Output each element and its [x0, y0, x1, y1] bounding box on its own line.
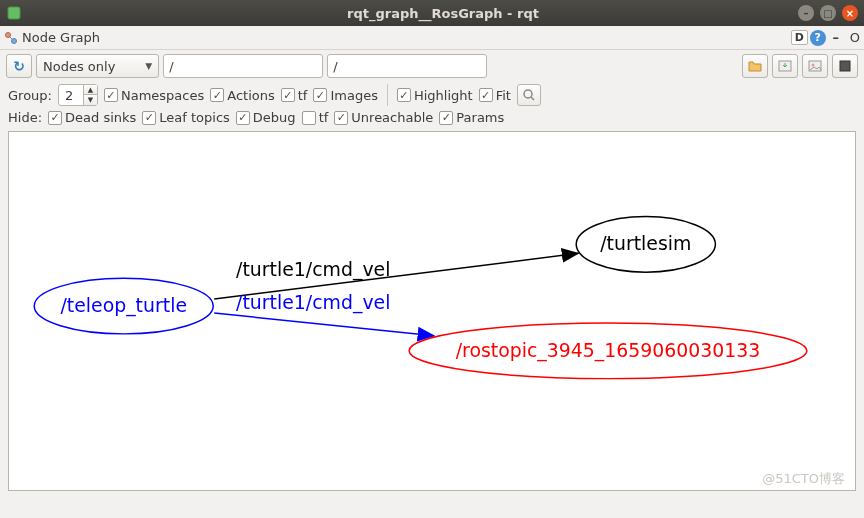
maximize-button[interactable]: □	[820, 5, 836, 21]
tf-group-checkbox[interactable]: ✓tf	[281, 88, 308, 103]
namespaces-label: Namespaces	[121, 88, 204, 103]
refresh-icon: ↻	[13, 58, 25, 74]
dead-sinks-label: Dead sinks	[65, 110, 136, 125]
actions-checkbox[interactable]: ✓Actions	[210, 88, 275, 103]
graph-svg: /turtle1/cmd_vel /turtle1/cmd_vel /teleo…	[9, 132, 855, 490]
edge-label-1: /turtle1/cmd_vel	[236, 258, 390, 281]
collapse-button[interactable]: –	[828, 30, 844, 46]
unreachable-label: Unreachable	[351, 110, 433, 125]
o-label: O	[850, 30, 860, 45]
leaf-topics-checkbox[interactable]: ✓Leaf topics	[142, 110, 230, 125]
window-title: rqt_graph__RosGraph - rqt	[22, 6, 864, 21]
titlebar: rqt_graph__RosGraph - rqt – □ ×	[0, 0, 864, 26]
save-icon	[777, 58, 793, 74]
save-button[interactable]	[772, 54, 798, 78]
namespaces-checkbox[interactable]: ✓Namespaces	[104, 88, 204, 103]
svg-line-3	[10, 37, 12, 39]
refresh-button[interactable]: ↻	[6, 54, 32, 78]
debug-label: Debug	[253, 110, 296, 125]
folder-icon	[747, 58, 763, 74]
hide-label: Hide:	[8, 110, 42, 125]
mode-combo-value: Nodes only	[43, 59, 115, 74]
spin-down-icon[interactable]: ▼	[83, 95, 97, 105]
fit-checkbox[interactable]: ✓Fit	[479, 88, 511, 103]
group-row: Group: 2 ▲ ▼ ✓Namespaces ✓Actions ✓tf ✓I…	[0, 82, 864, 108]
svg-point-1	[6, 32, 11, 37]
menubar: Node Graph D ? – O	[0, 26, 864, 50]
close-button[interactable]: ×	[842, 5, 858, 21]
highlight-checkbox[interactable]: ✓Highlight	[397, 88, 473, 103]
tf-hide-checkbox[interactable]: tf	[302, 110, 329, 125]
export-button[interactable]	[802, 54, 828, 78]
svg-line-9	[531, 97, 534, 100]
filter2-value: /	[333, 59, 337, 74]
filter1-value: /	[169, 59, 173, 74]
filter1-input[interactable]: /	[163, 54, 323, 78]
group-spinner-value: 2	[65, 88, 73, 103]
toolbar: ↻ Nodes only ▼ / /	[0, 50, 864, 82]
svg-rect-7	[840, 61, 850, 71]
app-icon	[6, 5, 22, 21]
node-turtlesim-label: /turtlesim	[600, 232, 691, 254]
graph-canvas[interactable]: /turtle1/cmd_vel /turtle1/cmd_vel /teleo…	[8, 131, 856, 491]
spin-up-icon[interactable]: ▲	[83, 85, 97, 95]
chevron-down-icon: ▼	[145, 61, 152, 71]
params-checkbox[interactable]: ✓Params	[439, 110, 504, 125]
svg-point-8	[524, 90, 532, 98]
divider	[387, 84, 388, 106]
help-button[interactable]: ?	[810, 30, 826, 46]
images-label: Images	[330, 88, 378, 103]
panel-title: Node Graph	[22, 30, 100, 45]
edge-teleop-rostopic[interactable]	[214, 313, 434, 336]
zoom-icon	[521, 87, 537, 103]
dead-sinks-checkbox[interactable]: ✓Dead sinks	[48, 110, 136, 125]
mode-combo[interactable]: Nodes only ▼	[36, 54, 159, 78]
zoom-button[interactable]	[517, 84, 541, 106]
watermark: @51CTO博客	[762, 470, 845, 488]
edge-label-2: /turtle1/cmd_vel	[236, 291, 390, 314]
tf-hide-label: tf	[319, 110, 329, 125]
actions-label: Actions	[227, 88, 275, 103]
svg-point-6	[812, 64, 815, 67]
svg-rect-0	[8, 7, 20, 19]
unreachable-checkbox[interactable]: ✓Unreachable	[334, 110, 433, 125]
svg-point-2	[12, 38, 17, 43]
node-graph-icon	[4, 31, 18, 45]
minimize-button[interactable]: –	[798, 5, 814, 21]
params-label: Params	[456, 110, 504, 125]
hide-row: Hide: ✓Dead sinks ✓Leaf topics ✓Debug tf…	[0, 108, 864, 127]
images-checkbox[interactable]: ✓Images	[313, 88, 378, 103]
debug-checkbox[interactable]: ✓Debug	[236, 110, 296, 125]
image-icon	[807, 58, 823, 74]
fit-button[interactable]	[832, 54, 858, 78]
highlight-label: Highlight	[414, 88, 473, 103]
group-spinner[interactable]: 2 ▲ ▼	[58, 84, 98, 106]
node-rostopic-label: /rostopic_3945_1659060030133	[456, 339, 761, 362]
open-button[interactable]	[742, 54, 768, 78]
fit-label: Fit	[496, 88, 511, 103]
fit-icon	[837, 58, 853, 74]
tf-group-label: tf	[298, 88, 308, 103]
d-badge[interactable]: D	[791, 30, 808, 45]
node-teleop-turtle-label: /teleop_turtle	[60, 294, 187, 317]
leaf-topics-label: Leaf topics	[159, 110, 230, 125]
filter2-input[interactable]: /	[327, 54, 487, 78]
group-label: Group:	[8, 88, 52, 103]
